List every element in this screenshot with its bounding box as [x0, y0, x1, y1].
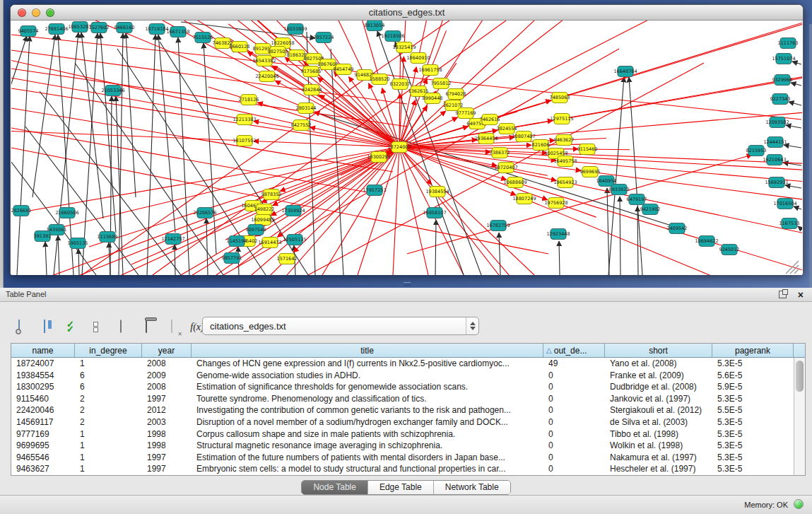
table-cell[interactable]: 2012	[142, 404, 192, 416]
graph-node[interactable]: 1115689	[98, 232, 118, 243]
table-cell[interactable]: Jankovic et al. (1997)	[605, 393, 712, 405]
table-cell[interactable]: 2008	[142, 358, 192, 370]
table-row[interactable]: 1456911722003Disruption of a novel membe…	[11, 416, 794, 428]
graph-node[interactable]: 10694622	[695, 236, 718, 247]
citation-edge-red[interactable]	[11, 39, 245, 119]
graph-node[interactable]: 27691406	[45, 24, 68, 35]
table-cell[interactable]: 1997	[142, 393, 192, 405]
graph-node[interactable]: 2409542	[667, 223, 688, 234]
graph-node[interactable]: 16782759	[486, 221, 510, 231]
table-row[interactable]: 969969511998Structural magnetic resonanc…	[11, 440, 794, 452]
table-cell[interactable]: 18724007	[11, 358, 75, 370]
table-cell[interactable]: 2	[75, 404, 142, 416]
graph-node[interactable]: 391391	[34, 231, 52, 242]
citation-edge-black[interactable]	[607, 188, 609, 275]
table-cell[interactable]: 5.3E-5	[712, 452, 794, 464]
column-header-year[interactable]: year	[142, 344, 192, 357]
citation-edge-red[interactable]	[216, 147, 399, 275]
table-cell[interactable]: Yano et al. (2008)	[605, 358, 712, 370]
column-header-name[interactable]: name	[11, 344, 75, 357]
network-canvas[interactable]: 1872400774638228660128891295418226058982…	[11, 21, 802, 275]
graph-node[interactable]: 7462616	[480, 115, 500, 125]
graph-node[interactable]: 8933923	[609, 185, 630, 195]
graph-node[interactable]: 7955812	[431, 78, 452, 89]
table-row[interactable]: 2242004622012Investigating the contribut…	[11, 404, 794, 416]
graph-node[interactable]: 12923448	[546, 229, 570, 240]
citation-edge-black[interactable]	[637, 206, 638, 275]
graph-node[interactable]: 8454749	[334, 64, 354, 75]
column-header-title[interactable]: title	[192, 344, 543, 357]
graph-node[interactable]: 821606	[532, 140, 550, 151]
graph-node[interactable]: 21660506	[55, 208, 78, 218]
scrollbar-thumb[interactable]	[796, 361, 804, 392]
table-cell[interactable]: 5.9E-5	[712, 381, 794, 393]
graph-node[interactable]: 9242844	[302, 85, 322, 95]
column-header-out_de[interactable]: △out_de...	[543, 344, 605, 357]
graph-node[interactable]: 29364456	[474, 134, 498, 144]
table-cell[interactable]: 0	[543, 440, 605, 452]
citation-edge-black[interactable]	[25, 127, 139, 275]
table-cell[interactable]: Corpus callosum shape and size in male p…	[192, 428, 543, 440]
graph-node[interactable]: 8660128	[230, 42, 250, 52]
table-cell[interactable]: 1	[75, 452, 142, 464]
table-cell[interactable]: 1	[75, 358, 142, 370]
table-cell[interactable]: 2	[75, 393, 142, 405]
graph-node[interactable]: 2826691	[11, 206, 31, 216]
table-cell[interactable]: 22420046	[11, 404, 75, 416]
table-cell[interactable]: 5.3E-5	[712, 463, 794, 475]
table-cell[interactable]: Wolkin et al. (1998)	[605, 440, 712, 452]
graph-node[interactable]: 8322037	[390, 79, 411, 90]
table-cell[interactable]: Investigating the contribution of common…	[192, 404, 543, 416]
graph-node[interactable]: 9463627	[554, 135, 575, 146]
create-column-button[interactable]	[112, 317, 130, 336]
table-cell[interactable]: 5.3E-5	[712, 416, 794, 428]
graph-node[interactable]: 16961758	[418, 65, 442, 76]
table-row[interactable]: 946362711997Embryonic stem cells: a mode…	[11, 463, 794, 475]
graph-node[interactable]: 18640910	[406, 53, 430, 64]
table-cell[interactable]: 1998	[142, 440, 192, 452]
citation-edge-black[interactable]	[45, 242, 47, 275]
network-view-window[interactable]: citations_edges.txt 18724007746382286601…	[10, 4, 804, 275]
select-all-columns-button[interactable]: ✓✓	[61, 317, 79, 336]
graph-node[interactable]: 12975115	[550, 114, 573, 124]
citation-edge-black[interactable]	[792, 62, 801, 64]
tab-network-table[interactable]: Network Table	[434, 481, 510, 494]
graph-node[interactable]: 2718126	[239, 95, 259, 105]
graph-node[interactable]: 9097548	[246, 225, 266, 235]
citation-edge-red[interactable]	[393, 147, 399, 275]
graph-node[interactable]: 2803144	[296, 103, 317, 114]
table-cell[interactable]: 9777169	[11, 428, 75, 440]
citation-edge-red[interactable]	[318, 77, 399, 147]
citation-edge-black[interactable]	[786, 125, 801, 128]
citation-edge-black[interactable]	[33, 35, 55, 197]
table-cell[interactable]: 0	[543, 393, 605, 405]
table-cell[interactable]: 2009	[142, 370, 192, 382]
graph-node[interactable]: 18107552	[233, 136, 256, 146]
delete-table-button[interactable]: ✕	[163, 317, 181, 336]
citation-edge-black[interactable]	[794, 206, 801, 209]
citation-edge-black[interactable]	[17, 36, 30, 275]
graph-node[interactable]: 16033809	[283, 24, 307, 35]
graph-node[interactable]: 7386372	[490, 148, 510, 158]
graph-node[interactable]: 16914473	[258, 238, 281, 248]
table-row[interactable]: 911546021997Tourette syndrome. Phenomeno…	[11, 393, 794, 405]
table-cell[interactable]: Tibbo et al. (1998)	[605, 428, 712, 440]
table-row[interactable]: 1830029562008Estimation of significance …	[11, 381, 794, 393]
table-cell[interactable]: 9465546	[11, 452, 75, 464]
graph-node[interactable]: 1498222	[254, 204, 275, 215]
citation-edge-black[interactable]	[789, 102, 801, 105]
network-window-titlebar[interactable]: citations_edges.txt	[11, 5, 803, 21]
citation-edge-red[interactable]	[430, 30, 446, 70]
table-cell[interactable]: Embryonic stem cells: a model to study s…	[192, 463, 543, 475]
table-cell[interactable]: 0	[543, 452, 605, 464]
citation-edge-black[interactable]	[11, 162, 96, 275]
citation-edge-black[interactable]	[58, 235, 59, 275]
graph-node[interactable]: 5878352	[261, 189, 282, 200]
graph-node[interactable]: 10807487	[512, 132, 535, 142]
table-cell[interactable]: 1997	[142, 463, 192, 475]
table-row[interactable]: 977716911998Corpus callosum shape and si…	[11, 428, 794, 440]
graph-node[interactable]: 19756928	[544, 198, 567, 209]
column-header-in_degree[interactable]: in_degree	[75, 344, 142, 357]
table-cell[interactable]: 5.3E-5	[712, 393, 794, 405]
graph-node[interactable]: 9405574	[18, 26, 39, 37]
